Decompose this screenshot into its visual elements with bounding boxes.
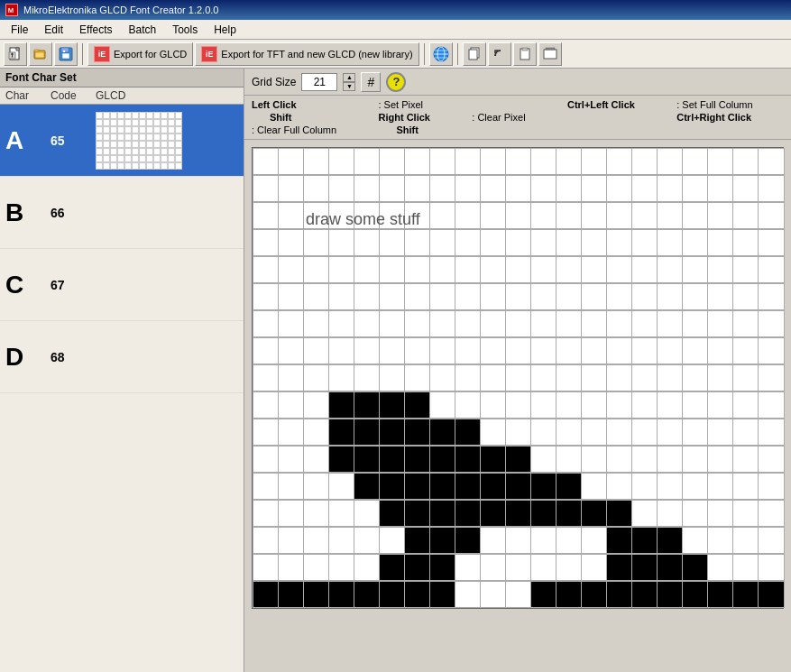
pixel-cell[interactable] [429,500,456,527]
pixel-cell[interactable] [530,229,557,256]
pixel-cell[interactable] [606,419,633,446]
pixel-cell[interactable] [328,581,355,608]
pixel-cell[interactable] [631,446,658,473]
pixel-cell[interactable] [505,500,532,527]
pixel-cell[interactable] [429,310,456,337]
pixel-cell[interactable] [253,310,280,337]
pixel-cell[interactable] [328,473,355,500]
pixel-cell[interactable] [505,581,532,608]
pixel-cell[interactable] [404,229,431,256]
pixel-cell[interactable] [354,419,381,446]
pixel-cell[interactable] [581,554,608,581]
pixel-cell[interactable] [530,500,557,527]
pixel-cell[interactable] [556,283,583,310]
pixel-cell[interactable] [379,419,406,446]
pixel-cell[interactable] [606,554,633,581]
pixel-cell[interactable] [707,283,734,310]
pixel-cell[interactable] [707,202,734,229]
paste-button[interactable] [513,42,537,66]
pixel-cell[interactable] [253,391,280,419]
pixel-cell[interactable] [379,202,406,229]
pixel-cell[interactable] [556,419,583,446]
pixel-cell[interactable] [606,527,633,554]
pixel-cell[interactable] [682,446,709,473]
pixel-cell[interactable] [657,527,684,554]
pixel-cell[interactable] [707,310,734,337]
pixel-cell[interactable] [682,500,709,527]
pixel-cell[interactable] [480,446,507,473]
pixel-cell[interactable] [278,283,305,310]
pixel-cell[interactable] [505,310,532,337]
pixel-cell[interactable] [530,419,557,446]
pixel-cell[interactable] [505,175,532,202]
pixel-cell[interactable] [429,527,456,554]
pixel-cell[interactable] [328,256,355,283]
pixel-cell[interactable] [581,527,608,554]
pixel-cell[interactable] [758,283,785,310]
pixel-cell[interactable] [581,419,608,446]
pixel-cell[interactable] [480,364,507,391]
pixel-cell[interactable] [530,283,557,310]
pixel-cell[interactable] [328,175,355,202]
pixel-cell[interactable] [328,148,355,175]
pixel-cell[interactable] [429,446,456,473]
pixel-cell[interactable] [758,500,785,527]
pixel-cell[interactable] [606,337,633,364]
pixel-cell[interactable] [758,446,785,473]
pixel-cell[interactable] [253,500,280,527]
pixel-cell[interactable] [530,527,557,554]
spin-up[interactable]: ▲ [343,73,355,82]
pixel-cell[interactable] [404,473,431,500]
pixel-cell[interactable] [758,527,785,554]
pixel-cell[interactable] [606,283,633,310]
pixel-cell[interactable] [631,283,658,310]
pixel-cell[interactable] [253,256,280,283]
pixel-cell[interactable] [556,446,583,473]
pixel-cell[interactable] [328,337,355,364]
pixel-cell[interactable] [404,202,431,229]
pixel-cell[interactable] [455,148,482,175]
pixel-cell[interactable] [379,364,406,391]
pixel-cell[interactable] [328,283,355,310]
pixel-cell[interactable] [404,175,431,202]
pixel-cell[interactable] [581,391,608,419]
pixel-cell[interactable] [732,283,759,310]
menu-item-tools[interactable]: Tools [165,22,205,38]
pixel-cell[interactable] [732,256,759,283]
pixel-cell[interactable] [303,256,330,283]
pixel-cell[interactable] [707,148,734,175]
pixel-cell[interactable] [303,554,330,581]
pixel-cell[interactable] [732,175,759,202]
pixel-cell[interactable] [606,310,633,337]
pixel-cell[interactable] [657,283,684,310]
pixel-cell[interactable] [530,202,557,229]
pixel-cell[interactable] [631,500,658,527]
pixel-cell[interactable] [606,500,633,527]
pixel-cell[interactable] [732,581,759,608]
pixel-cell[interactable] [631,175,658,202]
pixel-cell[interactable] [556,581,583,608]
pixel-cell[interactable] [379,283,406,310]
pixel-cell[interactable] [682,527,709,554]
pixel-cell[interactable] [480,283,507,310]
pixel-cell[interactable] [455,337,482,364]
pixel-cell[interactable] [404,419,431,446]
pixel-cell[interactable] [682,283,709,310]
menu-item-batch[interactable]: Batch [122,22,164,38]
pixel-cell[interactable] [657,419,684,446]
pixel-cell[interactable] [631,554,658,581]
pixel-cell[interactable] [657,337,684,364]
pixel-cell[interactable] [455,256,482,283]
pixel-cell[interactable] [732,148,759,175]
pixel-cell[interactable] [631,391,658,419]
pixel-cell[interactable] [581,148,608,175]
pixel-cell[interactable] [732,500,759,527]
pixel-cell[interactable] [404,148,431,175]
pixel-cell[interactable] [682,391,709,419]
pixel-cell[interactable] [682,473,709,500]
pixel-cell[interactable] [682,364,709,391]
pixel-cell[interactable] [404,581,431,608]
export-tft-button[interactable]: iE Export for TFT and new GLCD (new libr… [195,42,418,66]
pixel-cell[interactable] [278,229,305,256]
pixel-cell[interactable] [758,554,785,581]
